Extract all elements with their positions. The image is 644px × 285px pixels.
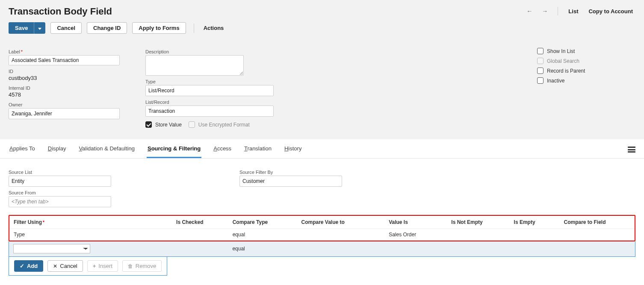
copy-to-account-link[interactable]: Copy to Account <box>586 7 635 15</box>
filter-grid: Filter Using* Is Checked Compare Type Co… <box>9 216 635 241</box>
edit-compare-to-field-cell[interactable] <box>560 241 635 256</box>
label-field[interactable] <box>9 55 120 65</box>
store-value-label: Store Value <box>155 122 182 128</box>
nav-back-arrow-icon[interactable]: ← <box>524 6 535 16</box>
owner-select[interactable]: Zwaniga, Jennifer <box>9 108 120 119</box>
tab-applies-to[interactable]: Applies To <box>9 145 36 158</box>
filter-cancel-button[interactable]: Cancel <box>47 260 83 272</box>
cell-is-empty <box>510 229 560 241</box>
store-value-row: Store Value Use Encrypted Format <box>145 120 274 129</box>
internal-id-label: Internal ID <box>9 85 120 91</box>
filter-grid-header-row: Filter Using* Is Checked Compare Type Co… <box>9 216 635 229</box>
tabs-bar: Applies To Display Validation & Defaulti… <box>0 139 644 159</box>
cancel-button[interactable]: Cancel <box>50 22 82 34</box>
edit-is-empty-cell <box>510 241 560 256</box>
filter-grid-wrap: Filter Using* Is Checked Compare Type Co… <box>9 215 635 276</box>
show-in-list-label: Show In List <box>547 48 575 54</box>
edit-value-is-cell[interactable] <box>384 241 447 256</box>
cell-is-not-empty <box>447 229 509 241</box>
filter-add-button[interactable]: Add <box>14 260 43 272</box>
form-col-right: Show In List Global Search Record is Par… <box>537 47 635 129</box>
cell-filter-using: Type <box>9 229 172 241</box>
col-filter-using: Filter Using* <box>9 216 172 229</box>
source-filter-by-col: Source Filter By Customer <box>239 167 351 207</box>
show-in-list-checkbox[interactable] <box>537 48 544 54</box>
cell-value-is: Sales Order <box>384 229 447 241</box>
source-list-select[interactable]: Entity <box>9 176 111 187</box>
type-label: Type <box>145 79 274 84</box>
check-icon <box>20 263 24 269</box>
filter-edit-row-outer: equal <box>9 241 635 257</box>
cell-compare-value-to <box>297 229 385 241</box>
encrypted-label: Use Encrypted Format <box>198 122 250 128</box>
record-is-parent-checkbox[interactable] <box>537 68 544 74</box>
list-link[interactable]: List <box>566 7 581 15</box>
source-filter-by-label: Source Filter By <box>239 170 351 175</box>
filter-remove-button: Remove <box>122 260 162 272</box>
page-header: Transaction Body Field ← → List Copy to … <box>0 0 644 38</box>
form-area: Label* ID custbody33 Internal ID 4578 Ow… <box>0 38 644 139</box>
edit-compare-value-to-cell <box>297 241 384 256</box>
tab-validation[interactable]: Validation & Defaulting <box>78 145 136 158</box>
divider <box>194 24 194 33</box>
divider <box>558 7 558 15</box>
change-id-button[interactable]: Change ID <box>87 22 127 34</box>
id-label: ID <box>9 69 120 74</box>
apply-to-forms-button[interactable]: Apply to Forms <box>132 22 186 34</box>
id-value: custbody33 <box>9 75 120 81</box>
description-label: Description <box>145 49 274 54</box>
source-from-label: Source From <box>9 190 120 195</box>
nav-forward-arrow-icon[interactable]: → <box>540 6 550 16</box>
global-search-checkbox <box>537 58 544 64</box>
description-textarea[interactable] <box>145 55 244 76</box>
tabs-expand-icon[interactable] <box>628 147 635 153</box>
save-dropdown-button[interactable] <box>34 22 45 34</box>
listrecord-label: List/Record <box>145 100 274 105</box>
form-col-left: Label* ID custbody33 Internal ID 4578 Ow… <box>9 47 120 129</box>
source-list-col: Source List Entity Source From <Type the… <box>9 167 120 207</box>
top-right-actions: ← → List Copy to Account <box>524 6 635 16</box>
internal-id-value: 4578 <box>9 91 120 98</box>
col-is-checked: Is Checked <box>172 216 228 229</box>
tab-display[interactable]: Display <box>47 145 67 158</box>
plus-icon <box>93 263 96 269</box>
col-is-empty: Is Empty <box>510 216 560 229</box>
tab-translation[interactable]: Translation <box>243 145 272 158</box>
filter-grid-actions: Add Cancel Insert Remove <box>9 257 167 276</box>
cell-is-checked <box>172 229 228 241</box>
close-icon <box>53 263 57 269</box>
source-from-select[interactable]: <Type then tab> <box>9 196 111 207</box>
inactive-checkbox[interactable] <box>537 77 544 84</box>
type-select[interactable]: List/Record <box>145 85 274 96</box>
col-value-is: Value Is <box>384 216 447 229</box>
source-filter-by-select[interactable]: Customer <box>239 176 342 187</box>
page-title: Transaction Body Field <box>9 6 112 17</box>
tab-sourcing-filtering[interactable]: Sourcing & Filtering <box>147 145 201 158</box>
owner-label: Owner <box>9 102 120 107</box>
col-compare-type: Compare Type <box>228 216 297 229</box>
save-button[interactable]: Save <box>9 22 34 34</box>
edit-filter-using-select[interactable] <box>13 244 90 253</box>
record-is-parent-label: Record is Parent <box>547 68 585 74</box>
encrypted-checkbox <box>189 121 195 128</box>
trash-icon <box>128 263 133 269</box>
label-field-label: Label* <box>9 49 120 54</box>
filter-edit-row[interactable]: equal <box>9 241 635 256</box>
edit-is-checked-cell <box>172 241 228 256</box>
store-value-checkbox[interactable] <box>145 121 152 128</box>
table-row[interactable]: Type equal Sales Order <box>9 229 635 241</box>
tab-access[interactable]: Access <box>213 145 232 158</box>
filter-grid-highlight-frame: Filter Using* Is Checked Compare Type Co… <box>9 215 635 241</box>
header-row: Transaction Body Field ← → List Copy to … <box>9 6 635 22</box>
col-compare-value-to: Compare Value to <box>297 216 385 229</box>
edit-compare-type-cell[interactable]: equal <box>228 241 297 256</box>
filter-edit-row-table: equal <box>9 241 635 256</box>
filter-insert-button: Insert <box>87 260 118 272</box>
col-compare-to-field: Compare to Field <box>560 216 635 229</box>
save-split-button: Save <box>9 22 45 34</box>
actions-menu[interactable]: Actions <box>202 24 226 32</box>
listrecord-select[interactable]: Transaction <box>145 106 274 117</box>
action-bar: Save Cancel Change ID Apply to Forms Act… <box>9 22 635 34</box>
sourcing-top: Source List Entity Source From <Type the… <box>9 167 635 207</box>
tab-history[interactable]: History <box>284 145 302 158</box>
